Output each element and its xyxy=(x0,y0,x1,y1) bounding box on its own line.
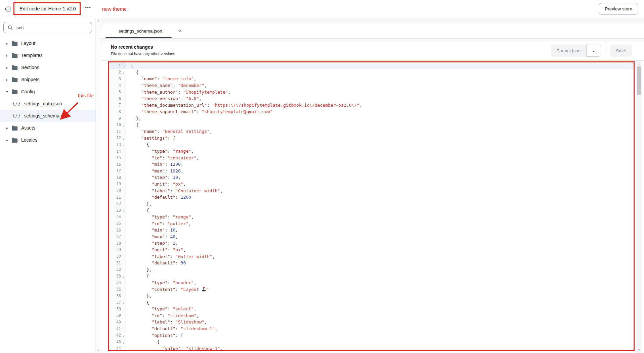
code-line[interactable]: 23∨ { xyxy=(108,207,636,214)
code-line[interactable]: 7 "theme_documentation_url": "https:\/\/… xyxy=(108,102,636,109)
code-line[interactable]: 18 "step": 10, xyxy=(108,174,636,181)
code-line[interactable]: 44 "value": "slideshow-1", xyxy=(108,345,636,352)
code-line[interactable]: 12∨ "settings": [ xyxy=(108,135,636,142)
code-line[interactable]: 37∨ { xyxy=(108,299,636,306)
gutter-cell: 11 xyxy=(108,128,126,135)
status-subtitle: File does not have any other versions xyxy=(111,52,175,56)
fold-icon[interactable]: ∨ xyxy=(121,137,126,140)
chevron-right-icon[interactable]: ▸ xyxy=(4,78,10,82)
code-line[interactable]: 24 "type": "range", xyxy=(108,214,636,220)
code-line[interactable]: 20 "label": "Container width", xyxy=(108,187,636,194)
scroll-down-icon[interactable]: ▼ xyxy=(96,349,101,352)
code-line[interactable]: 35 "content": "Layout " xyxy=(108,286,636,293)
code-line[interactable]: 14 "type": "range", xyxy=(108,148,636,155)
code-line[interactable]: 9 }, xyxy=(108,115,636,122)
chevron-right-icon[interactable]: ▸ xyxy=(4,42,10,45)
chevron-right-icon[interactable]: ▸ xyxy=(4,66,10,69)
fold-icon[interactable]: ∨ xyxy=(121,334,126,338)
tab-bar: settings_schema.json ✕ xyxy=(101,23,644,39)
gutter-cell: 12∨ xyxy=(108,135,126,142)
code-editor[interactable]: 1∨[2∨ {3 "name": "theme_info",4 "theme_n… xyxy=(108,61,636,353)
chevron-right-icon[interactable]: ▸ xyxy=(4,126,10,130)
sidebar-scrollbar[interactable]: ▲ ▼ xyxy=(95,18,101,353)
chevron-right-icon[interactable]: ▸ xyxy=(4,54,10,57)
code-line[interactable]: 33∨ { xyxy=(108,273,636,280)
code-line[interactable]: 34 "type": "header", xyxy=(108,280,636,286)
code-line[interactable]: 15 "id": "container", xyxy=(108,154,636,161)
gutter-cell: 41 xyxy=(108,325,126,332)
code-line[interactable]: 16 "min": 1200, xyxy=(108,161,636,168)
scrollbar-thumb[interactable] xyxy=(637,66,641,95)
gutter-cell: 27 xyxy=(108,233,126,240)
scroll-up-icon[interactable]: ▲ xyxy=(636,62,642,65)
scroll-down-icon[interactable]: ▼ xyxy=(636,349,642,352)
more-options-button[interactable]: ••• xyxy=(83,4,93,10)
line-number: 28 xyxy=(116,241,121,246)
code-line[interactable]: 6 "theme_version": "6.0", xyxy=(108,95,636,102)
chevron-right-icon[interactable]: ▸ xyxy=(4,138,10,142)
sidebar-item-sections[interactable]: ▸Sections xyxy=(0,61,95,73)
code-line[interactable]: 22 }, xyxy=(108,200,636,207)
back-button[interactable] xyxy=(0,0,16,18)
code-line[interactable]: 21 "default": 1200 xyxy=(108,194,636,201)
code-line[interactable]: 40 "label": "Slideshow", xyxy=(108,319,636,325)
fold-icon[interactable]: ∨ xyxy=(121,341,126,344)
gutter-cell: 42∨ xyxy=(108,332,126,339)
code-line[interactable]: 30 "label": "Gutter width", xyxy=(108,253,636,260)
code-text: "type": "range", xyxy=(126,214,194,219)
preview-store-button[interactable]: Preview store xyxy=(599,3,638,15)
fold-icon[interactable]: ∨ xyxy=(121,209,126,213)
code-line[interactable]: 3 "name": "theme_info", xyxy=(108,75,636,82)
code-line[interactable]: 8 "theme_support_email": "shopifytemplat… xyxy=(108,108,636,115)
code-text: { xyxy=(126,300,149,305)
sidebar-item-settings-data-json[interactable]: {/}settings_data.json xyxy=(0,98,95,110)
code-line[interactable]: 2∨ { xyxy=(108,69,636,76)
tab-settings-schema-json[interactable]: settings_schema.json ✕ xyxy=(101,23,183,38)
sidebar-item-templates[interactable]: ▸Templates xyxy=(0,49,95,61)
gutter-cell: 17 xyxy=(108,168,126,174)
code-line[interactable]: 19 "unit": "px", xyxy=(108,181,636,188)
code-line[interactable]: 32 }, xyxy=(108,266,636,273)
code-line[interactable]: 43∨ { xyxy=(108,339,636,345)
scroll-up-icon[interactable]: ▲ xyxy=(96,19,101,22)
code-line[interactable]: 29 "unit": "px", xyxy=(108,247,636,253)
topbar: Edit code for Home 1 v2.0 ••• new theme … xyxy=(0,0,644,18)
chevron-down-icon: ▼ xyxy=(593,50,595,53)
code-line[interactable]: 41 "default": "slideshow-1", xyxy=(108,325,636,332)
code-line[interactable]: 13∨ { xyxy=(108,141,636,148)
line-number: 3 xyxy=(119,77,121,81)
code-line[interactable]: 1∨[ xyxy=(108,62,636,69)
format-json-button[interactable]: Format json xyxy=(551,45,586,57)
save-button[interactable]: Save xyxy=(610,45,632,57)
code-line[interactable]: 4 "theme_name": "December", xyxy=(108,82,636,89)
sidebar-item-settings-schema-json[interactable]: {/}settings_schema.json xyxy=(0,110,95,122)
sidebar-item-assets[interactable]: ▸Assets xyxy=(0,122,95,134)
code-line[interactable]: 5 "theme_author": "Shopifytemplate", xyxy=(108,89,636,95)
fold-icon[interactable]: ∨ xyxy=(121,71,126,74)
sidebar-item-locales[interactable]: ▸Locales xyxy=(0,134,95,146)
chevron-down-icon[interactable]: ▾ xyxy=(4,90,10,94)
code-line[interactable]: 39 "id": "slideshow", xyxy=(108,312,636,319)
search-input[interactable] xyxy=(16,25,88,31)
code-line[interactable]: 25 "id": "gutter", xyxy=(108,220,636,227)
sidebar-item-layout[interactable]: ▸Layout xyxy=(0,37,95,49)
code-line[interactable]: 36 }, xyxy=(108,293,636,299)
fold-icon[interactable]: ∨ xyxy=(121,301,126,305)
close-tab-icon[interactable]: ✕ xyxy=(177,28,183,34)
code-line[interactable]: 26 "min": 10, xyxy=(108,227,636,234)
code-line[interactable]: 11 "name": "General settings", xyxy=(108,128,636,135)
code-line[interactable]: 17 "max": 1920, xyxy=(108,168,636,174)
code-line[interactable]: 27 "max": 40, xyxy=(108,233,636,240)
format-dropdown-button[interactable]: ▼ xyxy=(586,45,601,57)
fold-icon[interactable]: ∨ xyxy=(121,144,126,147)
fold-icon[interactable]: ∨ xyxy=(121,65,126,68)
code-line[interactable]: 31 "default": 30 xyxy=(108,260,636,266)
sidebar-item-snippets[interactable]: ▸Snippets xyxy=(0,73,95,86)
code-line[interactable]: 38 "type": "select", xyxy=(108,306,636,312)
code-line[interactable]: 28 "step": 2, xyxy=(108,240,636,247)
editor-scrollbar[interactable]: ▲ ▼ xyxy=(636,61,642,353)
code-line[interactable]: 42∨ "options": [ xyxy=(108,332,636,339)
fold-icon[interactable]: ∨ xyxy=(121,275,126,279)
code-line[interactable]: 10∨ { xyxy=(108,121,636,128)
fold-icon[interactable]: ∨ xyxy=(121,124,126,127)
